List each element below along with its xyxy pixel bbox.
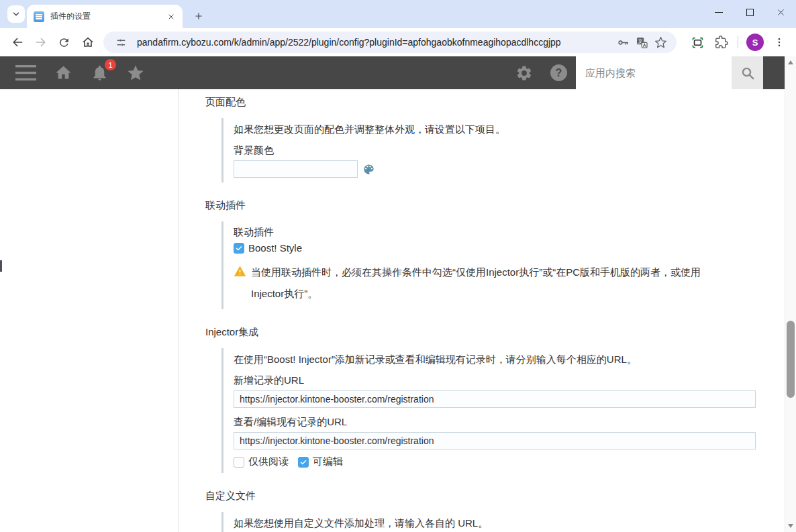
section-custom-files: 自定义文件 如果您想使用自定义文件添加处理，请输入各自的 URL。 JS 文件参…: [205, 490, 785, 532]
tab-search-button[interactable]: [7, 5, 25, 23]
section-title: 页面配色: [205, 96, 785, 109]
tab-title: 插件的设置: [50, 11, 165, 22]
warning-line-2: Injector执行”。: [251, 283, 701, 305]
browser-tab[interactable]: 插件的设置: [27, 5, 183, 28]
new-record-url-input[interactable]: [234, 390, 756, 408]
scrollbar-down-arrow[interactable]: [788, 524, 793, 528]
translate-icon[interactable]: 文: [632, 33, 651, 52]
palette-icon[interactable]: [362, 163, 375, 176]
warning-icon: [234, 265, 246, 305]
help-question-icon: ?: [550, 64, 567, 81]
field-label: 查看/编辑现有记录的URL: [234, 416, 785, 429]
extensions-puzzle-icon[interactable]: [709, 31, 733, 54]
reload-button[interactable]: [52, 31, 76, 54]
browser-titlebar: 插件的设置: [0, 0, 796, 28]
notification-badge: 1: [105, 59, 116, 70]
favorites-star-button[interactable]: [117, 56, 154, 89]
site-settings-icon[interactable]: [111, 33, 130, 52]
checkbox-editable[interactable]: [298, 457, 309, 468]
new-tab-button[interactable]: [189, 7, 208, 25]
edge-artifact: [0, 260, 2, 272]
avatar-initial: S: [752, 38, 758, 48]
hamburger-menu-button[interactable]: [7, 56, 45, 89]
section-title: Injector集成: [205, 326, 785, 339]
back-button[interactable]: [5, 31, 29, 54]
minimize-button[interactable]: [703, 0, 734, 24]
app-search: [576, 56, 763, 89]
page-content: 页面配色 如果您想更改页面的配色并调整整体外观，请设置以下项目。 背景颜色 联动…: [0, 89, 785, 532]
url-text[interactable]: pandafirm.cybozu.com/k/admin/app/2522/pl…: [137, 37, 613, 48]
app-search-input[interactable]: [576, 56, 732, 89]
notifications-bell-button[interactable]: 1: [82, 56, 117, 89]
field-label: 联动插件: [234, 226, 785, 239]
section-injector-integration: Injector集成 在使用“Boost! Injector”添加新记录或查看和…: [205, 326, 785, 473]
section-intro: 如果您想更改页面的配色并调整整体外观，请设置以下项目。: [234, 123, 785, 136]
browser-toolbar: pandafirm.cybozu.com/k/admin/app/2522/pl…: [0, 28, 796, 56]
forward-button[interactable]: [29, 31, 52, 54]
field-label: 背景颜色: [234, 144, 785, 157]
scrollbar-thumb[interactable]: [787, 321, 795, 398]
checkbox-read-only[interactable]: [234, 457, 244, 468]
field-label: 新增记录的URL: [234, 374, 785, 387]
checkbox-label: Boost! Style: [248, 242, 302, 254]
scrollbar-up-arrow[interactable]: [788, 60, 793, 64]
section-page-colors: 页面配色 如果您想更改页面的配色并调整整体外观，请设置以下项目。 背景颜色: [205, 96, 785, 182]
warning-message: 当使用联动插件时，必须在其操作条件中勾选“仅使用Injector执行”或“在PC…: [234, 262, 785, 305]
app-search-button[interactable]: [732, 56, 763, 89]
section-title: 自定义文件: [205, 490, 785, 502]
view-edit-record-url-input[interactable]: [234, 432, 756, 449]
help-button[interactable]: ?: [542, 56, 576, 89]
section-title: 联动插件: [205, 199, 785, 212]
page-scrollbar[interactable]: [785, 56, 796, 532]
warning-line-1: 当使用联动插件时，必须在其操作条件中勾选“仅使用Injector执行”或“在PC…: [251, 262, 701, 283]
check-icon: [299, 458, 307, 466]
section-intro: 如果您想使用自定义文件添加处理，请输入各自的 URL。: [234, 517, 785, 530]
checkbox-label: 仅供阅读: [248, 456, 289, 468]
close-button[interactable]: [765, 0, 796, 24]
home-button[interactable]: [76, 31, 99, 54]
chevron-down-icon: [11, 9, 21, 19]
background-color-input[interactable]: [234, 160, 358, 178]
tab-close-icon[interactable]: [165, 11, 177, 23]
toolbar-right-group: S: [686, 31, 791, 54]
check-icon: [235, 244, 243, 252]
url-bar[interactable]: pandafirm.cybozu.com/k/admin/app/2522/pl…: [103, 32, 677, 53]
password-key-icon[interactable]: [613, 33, 632, 52]
checkbox-boost-style[interactable]: [234, 243, 244, 254]
tab-favicon-icon: [34, 11, 44, 22]
profile-avatar[interactable]: S: [746, 34, 764, 51]
search-icon: [740, 65, 756, 81]
kintone-header: 1 ?: [0, 56, 785, 89]
checkbox-label: 可编辑: [313, 456, 343, 468]
window-controls: [703, 0, 796, 24]
toolbar-separator: [738, 36, 738, 48]
screen-capture-extension-icon[interactable]: [686, 31, 709, 54]
portal-home-button[interactable]: [45, 56, 82, 89]
settings-gear-button[interactable]: [507, 56, 542, 89]
section-linked-plugins: 联动插件 联动插件 Boost! Style 当使用联动插件时，必须在其操作条件…: [205, 199, 785, 309]
plugin-config-form: 页面配色 如果您想更改页面的配色并调整整体外观，请设置以下项目。 背景颜色 联动…: [179, 89, 785, 532]
left-sidebar: [0, 89, 179, 532]
browser-menu-kebab-icon[interactable]: [767, 31, 791, 54]
section-intro: 在使用“Boost! Injector”添加新记录或查看和编辑现有记录时，请分别…: [234, 353, 785, 366]
maximize-button[interactable]: [734, 0, 765, 24]
bookmark-star-icon[interactable]: [651, 33, 670, 52]
